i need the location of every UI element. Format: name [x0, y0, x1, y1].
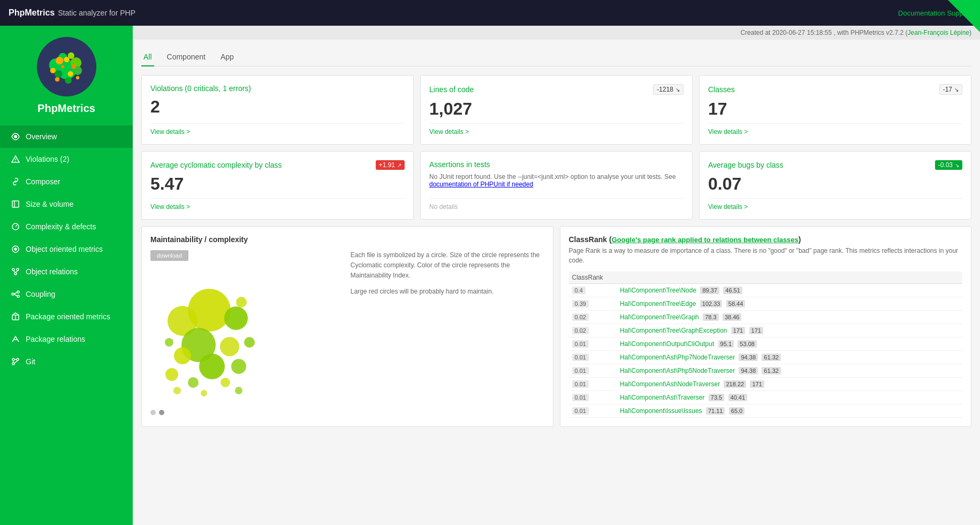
svg-point-26 — [14, 248, 17, 250]
git-icon — [11, 357, 20, 366]
branch-icon — [11, 267, 20, 276]
svg-point-17 — [14, 135, 17, 138]
sidebar-item-coupling[interactable]: Coupling — [0, 283, 133, 305]
svg-point-58 — [236, 297, 247, 308]
dot-2 — [159, 410, 164, 415]
card-classes-header: Classes -17 ↘ — [708, 84, 962, 95]
bubble-chart-svg — [150, 267, 268, 407]
cyclomatic-badge-icon: ↗ — [397, 162, 401, 168]
sidebar-item-size-volume[interactable]: Size & volume — [0, 193, 133, 215]
svg-point-32 — [12, 293, 14, 295]
card-classes-title: Classes — [708, 85, 735, 94]
svg-line-45 — [14, 361, 18, 363]
svg-point-20 — [15, 161, 16, 162]
bottom-section: Maintainability / complexity download — [141, 226, 971, 427]
card-cyclomatic-value: 5.47 — [150, 174, 405, 194]
corner-decoration — [948, 0, 980, 32]
svg-point-52 — [199, 354, 225, 379]
svg-point-57 — [244, 337, 255, 348]
svg-point-59 — [165, 338, 173, 347]
rank-cell: 0.01 — [569, 351, 617, 364]
class-cell: Hal\Component\Output\CliOutput 95.1 53.0… — [617, 338, 962, 351]
sidebar-label-violations: Violations (2) — [26, 155, 69, 163]
rank-cell: 0.02 — [569, 324, 617, 338]
sidebar-item-complexity-defects[interactable]: Complexity & defects — [0, 215, 133, 238]
class-cell: Hal\Component\Ast\Php5NodeTraverser 94.3… — [617, 364, 962, 378]
link-icon — [11, 177, 20, 186]
sidebar-item-object-oriented[interactable]: Object oriented metrics — [0, 238, 133, 260]
svg-point-27 — [12, 268, 14, 271]
tab-component[interactable]: Component — [165, 48, 208, 66]
classrank-link-end: ) — [799, 235, 801, 244]
topbar: PhpMetrics Static analyzer for PHP Docum… — [0, 0, 980, 26]
maintainability-panel: Maintainability / complexity download — [141, 226, 553, 427]
node-icon — [11, 289, 20, 299]
svg-point-61 — [235, 387, 242, 394]
package-branch-icon — [11, 334, 20, 344]
class-cell: Hal\Component\Ast\NodeTraverser 218.22 1… — [617, 378, 962, 391]
svg-point-53 — [231, 359, 246, 374]
class-cell: Hal\Component\Tree\Edge 102.33 58.44 — [617, 297, 962, 311]
svg-point-10 — [64, 57, 69, 62]
dot-1 — [150, 410, 156, 415]
docs-link[interactable]: Documentation — [898, 9, 945, 17]
classrank-panel: ClassRank (Google's page rank applied to… — [560, 226, 972, 427]
content-area: Created at 2020-06-27 15:18:55 , with PH… — [133, 26, 980, 525]
sidebar-item-composer[interactable]: Composer — [0, 170, 133, 193]
sidebar-item-git[interactable]: Git — [0, 350, 133, 373]
svg-point-8 — [65, 77, 71, 84]
card-cyclomatic-footer[interactable]: View details > — [150, 198, 405, 211]
classrank-scroll[interactable]: ClassRank 0.4 Hal\Component\Tree\Node 89… — [569, 272, 963, 418]
table-row: 0.02 Hal\Component\Tree\Graph 78.3 38.46 — [569, 311, 963, 324]
card-cyclomatic: Average cyclomatic complexity by class +… — [141, 151, 414, 220]
card-classes-footer[interactable]: View details > — [708, 123, 962, 136]
svg-point-34 — [17, 295, 19, 297]
sidebar-label-object-relations: Object relations — [26, 267, 78, 276]
card-assertions: Assertions in tests No JUnit report foun… — [420, 151, 693, 220]
tab-app[interactable]: App — [218, 48, 236, 66]
class-cell: Hal\Component\Tree\Node 89.37 46.51 — [617, 284, 962, 297]
card-bugs-footer[interactable]: View details > — [708, 198, 962, 211]
card-violations-footer[interactable]: View details > — [150, 123, 405, 136]
svg-point-33 — [17, 291, 19, 293]
svg-line-35 — [14, 292, 17, 295]
svg-point-11 — [71, 64, 75, 69]
download-button[interactable]: download — [150, 250, 188, 261]
sidebar-logo — [36, 36, 97, 97]
card-loc-title: Lines of code — [429, 85, 474, 94]
sidebar-item-package-oriented[interactable]: Package oriented metrics — [0, 305, 133, 328]
bubble-dots — [150, 410, 164, 415]
sidebar-item-object-relations[interactable]: Object relations — [0, 260, 133, 283]
sidebar-label-package-oriented: Package oriented metrics — [26, 312, 110, 321]
classrank-table: ClassRank 0.4 Hal\Component\Tree\Node 89… — [569, 272, 963, 418]
svg-point-15 — [75, 76, 79, 79]
rank-cell: 0.4 — [569, 284, 617, 297]
rank-cell: 0.01 — [569, 338, 617, 351]
card-loc: Lines of code -1218 ↘ 1,027 View details… — [420, 75, 693, 145]
class-cell: Hal\Component\Ast\Php7NodeTraverser 94.3… — [617, 351, 962, 364]
eye-icon — [11, 132, 20, 141]
main-layout: PhpMetrics Overview Violations (2) — [0, 26, 980, 525]
sidebar-label-object-oriented: Object oriented metrics — [26, 245, 103, 253]
svg-point-7 — [54, 70, 62, 78]
card-assertions-desc: No JUnit report found. Use the --junit=<… — [429, 173, 683, 194]
sidebar-item-violations[interactable]: Violations (2) — [0, 148, 133, 170]
card-loc-footer[interactable]: View details > — [429, 123, 683, 136]
rank-cell: 0.01 — [569, 391, 617, 404]
card-bugs-value: 0.07 — [708, 174, 962, 194]
sidebar-label-overview: Overview — [26, 132, 57, 141]
sidebar-item-overview[interactable]: Overview — [0, 125, 133, 148]
rank-cell: 0.01 — [569, 364, 617, 378]
tab-all[interactable]: All — [141, 48, 154, 66]
bugs-badge-icon: ↘ — [955, 162, 959, 168]
svg-point-60 — [173, 387, 181, 394]
card-violations-value: 2 — [150, 97, 405, 119]
svg-point-50 — [220, 337, 239, 356]
phpunit-link[interactable]: documentation of PHPUnit if needed — [429, 181, 533, 188]
sidebar-item-package-relations[interactable]: Package relations — [0, 328, 133, 350]
classrank-link[interactable]: Google's page rank applied to relations … — [612, 236, 799, 244]
rank-cell: 0.02 — [569, 311, 617, 324]
card-cyclomatic-badge: +1.91 ↗ — [376, 160, 405, 170]
card-assertions-footer: No details — [429, 198, 683, 211]
card-loc-header: Lines of code -1218 ↘ — [429, 84, 683, 95]
